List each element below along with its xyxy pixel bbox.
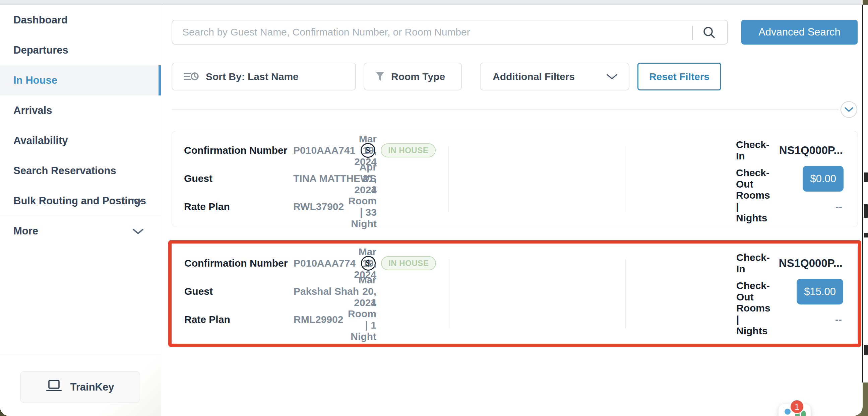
trainkey-label: TrainKey (70, 381, 114, 393)
top-strip (0, 0, 863, 5)
search-input[interactable] (172, 21, 688, 44)
search-box (172, 20, 728, 44)
guest-label: Guest (184, 173, 293, 184)
sort-by-dropdown[interactable]: Sort By: Last Name (172, 63, 356, 90)
unread-count-badge[interactable]: 1 (789, 399, 804, 414)
sidebar-item-label: Arrivals (13, 104, 52, 117)
sidebar-item-label: Search Reservations (13, 165, 116, 177)
rooms-nights-value: 1 Room | 33 Night (348, 184, 377, 229)
additional-filters-label: Additional Filters (493, 71, 575, 83)
sidebar-item-search-reservations[interactable]: Search Reservations (0, 156, 161, 186)
highlight-red-frame: Confirmation Number P010AAA774 $ IN HOUS… (168, 240, 861, 347)
rate-plan-label: Rate Plan (184, 201, 293, 212)
chevron-down-icon (133, 225, 144, 237)
company-value: -- (835, 314, 842, 325)
results-divider (172, 109, 838, 110)
advanced-search-button[interactable]: Advanced Search (741, 20, 858, 44)
confirmation-number-value: P010AAA774 (293, 258, 355, 269)
chat-logo-icon (784, 409, 790, 415)
additional-filters-dropdown[interactable]: Additional Filters (480, 63, 629, 90)
sidebar: Dashboard Departures In House Arrivals A… (0, 5, 161, 416)
rooms-nights-value: 1 Room | 1 Night (348, 297, 376, 342)
rate-plan-label: Rate Plan (184, 314, 293, 325)
sliver-text-fragment (864, 345, 868, 355)
sidebar-item-departures[interactable]: Departures (0, 35, 161, 65)
reservation-card[interactable]: Confirmation Number P010AAA774 $ IN HOUS… (172, 244, 858, 343)
sidebar-item-dashboard[interactable]: Dashboard (0, 5, 161, 35)
sidebar-item-label: Departures (13, 44, 68, 56)
sort-by-time-icon (184, 71, 199, 83)
collapse-filters-button[interactable] (840, 101, 857, 118)
sidebar-footer: TrainKey (0, 355, 161, 416)
room-number: NS1Q000P... (779, 144, 843, 157)
sidebar-item-availability[interactable]: Availability (0, 126, 161, 156)
guest-label: Guest (184, 286, 293, 297)
reset-filters-button[interactable]: Reset Filters (638, 63, 721, 90)
sidebar-item-label: In House (13, 74, 57, 87)
balance-amount-badge[interactable]: $0.00 (803, 166, 843, 192)
chevron-down-icon (844, 107, 853, 112)
confirmation-number-value: P010AAA741 (293, 145, 355, 156)
guest-name: Pakshal Shah (293, 286, 359, 297)
confirmation-number-label: Confirmation Number (184, 145, 293, 156)
rate-plan-value: RWL37902 (293, 201, 344, 212)
sidebar-item-in-house[interactable]: In House (0, 65, 161, 95)
chevron-down-icon (607, 74, 617, 80)
confirmation-number-label: Confirmation Number (184, 258, 293, 269)
sidebar-item-arrivals[interactable]: Arrivals (0, 95, 161, 126)
room-type-dropdown[interactable]: Room Type (364, 63, 462, 90)
search-icon[interactable] (701, 25, 718, 41)
reservation-card[interactable]: Confirmation Number P010AAA741 $ IN HOUS… (172, 131, 858, 227)
sliver-text-fragment (864, 172, 868, 182)
search-input-divider (692, 26, 693, 40)
in-house-status-badge: IN HOUSE (381, 256, 436, 270)
sidebar-item-bulk-routing[interactable]: Bulk Routing and Postings (0, 186, 161, 216)
balance-amount-badge[interactable]: $15.00 (797, 279, 843, 305)
sidebar-item-label: Bulk Routing and Postings (13, 195, 146, 207)
room-number: NS1Q000P... (779, 257, 842, 269)
background-window-sliver (863, 5, 868, 383)
sidebar-item-label: Dashboard (13, 14, 68, 26)
sidebar-item-label: More (13, 225, 38, 237)
sort-by-label: Sort By: Last Name (206, 71, 299, 83)
sidebar-item-more[interactable]: More (0, 216, 161, 246)
sidebar-nav: Dashboard Departures In House Arrivals A… (0, 5, 161, 246)
sliver-text-fragment (864, 233, 868, 237)
chevron-down-icon (133, 195, 144, 207)
app-window: Dashboard Departures In House Arrivals A… (0, 0, 863, 416)
sliver-text-fragment (864, 204, 868, 218)
company-value: -- (836, 201, 842, 212)
filter-funnel-icon (376, 72, 384, 82)
in-house-status-badge: IN HOUSE (381, 143, 436, 157)
room-type-label: Room Type (391, 71, 445, 83)
laptop-icon (46, 380, 62, 395)
sidebar-item-label: Availability (13, 135, 68, 147)
rate-plan-value: RML29902 (293, 314, 343, 325)
trainkey-button[interactable]: TrainKey (20, 371, 140, 403)
